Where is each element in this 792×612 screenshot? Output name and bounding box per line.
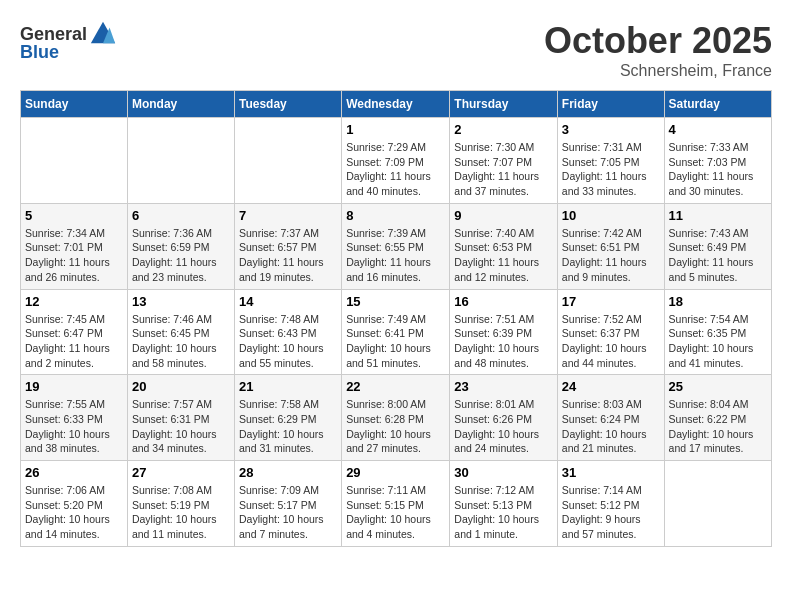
day-info: Sunrise: 7:40 AM Sunset: 6:53 PM Dayligh…	[454, 226, 553, 285]
calendar-cell: 18Sunrise: 7:54 AM Sunset: 6:35 PM Dayli…	[664, 289, 771, 375]
calendar-cell: 10Sunrise: 7:42 AM Sunset: 6:51 PM Dayli…	[557, 203, 664, 289]
day-number: 9	[454, 208, 553, 223]
day-info: Sunrise: 7:12 AM Sunset: 5:13 PM Dayligh…	[454, 483, 553, 542]
calendar-cell: 22Sunrise: 8:00 AM Sunset: 6:28 PM Dayli…	[342, 375, 450, 461]
day-info: Sunrise: 7:09 AM Sunset: 5:17 PM Dayligh…	[239, 483, 337, 542]
title-section: October 2025 Schnersheim, France	[544, 20, 772, 80]
day-info: Sunrise: 7:08 AM Sunset: 5:19 PM Dayligh…	[132, 483, 230, 542]
month-title: October 2025	[544, 20, 772, 62]
day-info: Sunrise: 8:01 AM Sunset: 6:26 PM Dayligh…	[454, 397, 553, 456]
calendar-cell: 7Sunrise: 7:37 AM Sunset: 6:57 PM Daylig…	[234, 203, 341, 289]
day-info: Sunrise: 8:00 AM Sunset: 6:28 PM Dayligh…	[346, 397, 445, 456]
weekday-header: Sunday	[21, 91, 128, 118]
calendar-cell: 27Sunrise: 7:08 AM Sunset: 5:19 PM Dayli…	[127, 461, 234, 547]
calendar-cell: 4Sunrise: 7:33 AM Sunset: 7:03 PM Daylig…	[664, 118, 771, 204]
logo-icon	[89, 20, 117, 48]
calendar-cell: 6Sunrise: 7:36 AM Sunset: 6:59 PM Daylig…	[127, 203, 234, 289]
day-number: 11	[669, 208, 767, 223]
calendar-cell: 17Sunrise: 7:52 AM Sunset: 6:37 PM Dayli…	[557, 289, 664, 375]
day-info: Sunrise: 7:39 AM Sunset: 6:55 PM Dayligh…	[346, 226, 445, 285]
day-number: 31	[562, 465, 660, 480]
calendar-cell: 5Sunrise: 7:34 AM Sunset: 7:01 PM Daylig…	[21, 203, 128, 289]
day-info: Sunrise: 7:33 AM Sunset: 7:03 PM Dayligh…	[669, 140, 767, 199]
day-number: 10	[562, 208, 660, 223]
logo-blue: Blue	[20, 42, 59, 63]
day-number: 13	[132, 294, 230, 309]
day-number: 12	[25, 294, 123, 309]
calendar-cell: 11Sunrise: 7:43 AM Sunset: 6:49 PM Dayli…	[664, 203, 771, 289]
calendar-week-row: 19Sunrise: 7:55 AM Sunset: 6:33 PM Dayli…	[21, 375, 772, 461]
day-number: 1	[346, 122, 445, 137]
day-number: 26	[25, 465, 123, 480]
calendar-cell	[21, 118, 128, 204]
calendar-cell: 13Sunrise: 7:46 AM Sunset: 6:45 PM Dayli…	[127, 289, 234, 375]
calendar-week-row: 1Sunrise: 7:29 AM Sunset: 7:09 PM Daylig…	[21, 118, 772, 204]
calendar-cell: 9Sunrise: 7:40 AM Sunset: 6:53 PM Daylig…	[450, 203, 558, 289]
day-info: Sunrise: 8:04 AM Sunset: 6:22 PM Dayligh…	[669, 397, 767, 456]
day-info: Sunrise: 7:55 AM Sunset: 6:33 PM Dayligh…	[25, 397, 123, 456]
day-number: 24	[562, 379, 660, 394]
day-info: Sunrise: 7:14 AM Sunset: 5:12 PM Dayligh…	[562, 483, 660, 542]
calendar-cell: 20Sunrise: 7:57 AM Sunset: 6:31 PM Dayli…	[127, 375, 234, 461]
location-title: Schnersheim, France	[544, 62, 772, 80]
weekday-header: Thursday	[450, 91, 558, 118]
day-info: Sunrise: 7:57 AM Sunset: 6:31 PM Dayligh…	[132, 397, 230, 456]
day-number: 20	[132, 379, 230, 394]
day-info: Sunrise: 7:58 AM Sunset: 6:29 PM Dayligh…	[239, 397, 337, 456]
day-number: 30	[454, 465, 553, 480]
calendar-cell: 25Sunrise: 8:04 AM Sunset: 6:22 PM Dayli…	[664, 375, 771, 461]
day-info: Sunrise: 7:51 AM Sunset: 6:39 PM Dayligh…	[454, 312, 553, 371]
calendar-cell: 2Sunrise: 7:30 AM Sunset: 7:07 PM Daylig…	[450, 118, 558, 204]
day-number: 16	[454, 294, 553, 309]
calendar-cell: 16Sunrise: 7:51 AM Sunset: 6:39 PM Dayli…	[450, 289, 558, 375]
calendar-cell	[234, 118, 341, 204]
day-info: Sunrise: 7:34 AM Sunset: 7:01 PM Dayligh…	[25, 226, 123, 285]
day-number: 28	[239, 465, 337, 480]
calendar-cell: 3Sunrise: 7:31 AM Sunset: 7:05 PM Daylig…	[557, 118, 664, 204]
weekday-header: Monday	[127, 91, 234, 118]
day-number: 29	[346, 465, 445, 480]
calendar-cell: 26Sunrise: 7:06 AM Sunset: 5:20 PM Dayli…	[21, 461, 128, 547]
day-info: Sunrise: 7:45 AM Sunset: 6:47 PM Dayligh…	[25, 312, 123, 371]
calendar-cell: 1Sunrise: 7:29 AM Sunset: 7:09 PM Daylig…	[342, 118, 450, 204]
day-number: 23	[454, 379, 553, 394]
day-number: 17	[562, 294, 660, 309]
day-info: Sunrise: 7:43 AM Sunset: 6:49 PM Dayligh…	[669, 226, 767, 285]
calendar-cell: 15Sunrise: 7:49 AM Sunset: 6:41 PM Dayli…	[342, 289, 450, 375]
day-number: 5	[25, 208, 123, 223]
day-number: 18	[669, 294, 767, 309]
day-info: Sunrise: 7:52 AM Sunset: 6:37 PM Dayligh…	[562, 312, 660, 371]
calendar-cell: 28Sunrise: 7:09 AM Sunset: 5:17 PM Dayli…	[234, 461, 341, 547]
calendar-cell: 24Sunrise: 8:03 AM Sunset: 6:24 PM Dayli…	[557, 375, 664, 461]
calendar-week-row: 12Sunrise: 7:45 AM Sunset: 6:47 PM Dayli…	[21, 289, 772, 375]
weekday-header-row: SundayMondayTuesdayWednesdayThursdayFrid…	[21, 91, 772, 118]
calendar-cell: 19Sunrise: 7:55 AM Sunset: 6:33 PM Dayli…	[21, 375, 128, 461]
day-number: 6	[132, 208, 230, 223]
day-number: 8	[346, 208, 445, 223]
day-number: 3	[562, 122, 660, 137]
weekday-header: Tuesday	[234, 91, 341, 118]
day-number: 4	[669, 122, 767, 137]
day-info: Sunrise: 7:29 AM Sunset: 7:09 PM Dayligh…	[346, 140, 445, 199]
day-info: Sunrise: 7:48 AM Sunset: 6:43 PM Dayligh…	[239, 312, 337, 371]
calendar-cell: 29Sunrise: 7:11 AM Sunset: 5:15 PM Dayli…	[342, 461, 450, 547]
logo: General Blue	[20, 20, 117, 63]
calendar-cell: 14Sunrise: 7:48 AM Sunset: 6:43 PM Dayli…	[234, 289, 341, 375]
weekday-header: Saturday	[664, 91, 771, 118]
day-number: 15	[346, 294, 445, 309]
day-number: 7	[239, 208, 337, 223]
day-number: 25	[669, 379, 767, 394]
day-number: 22	[346, 379, 445, 394]
day-number: 14	[239, 294, 337, 309]
day-number: 27	[132, 465, 230, 480]
weekday-header: Friday	[557, 91, 664, 118]
calendar-cell: 21Sunrise: 7:58 AM Sunset: 6:29 PM Dayli…	[234, 375, 341, 461]
weekday-header: Wednesday	[342, 91, 450, 118]
calendar-cell: 8Sunrise: 7:39 AM Sunset: 6:55 PM Daylig…	[342, 203, 450, 289]
page-header: General Blue October 2025 Schnersheim, F…	[20, 20, 772, 80]
day-number: 21	[239, 379, 337, 394]
calendar-week-row: 5Sunrise: 7:34 AM Sunset: 7:01 PM Daylig…	[21, 203, 772, 289]
calendar-cell: 30Sunrise: 7:12 AM Sunset: 5:13 PM Dayli…	[450, 461, 558, 547]
day-info: Sunrise: 7:30 AM Sunset: 7:07 PM Dayligh…	[454, 140, 553, 199]
day-info: Sunrise: 7:54 AM Sunset: 6:35 PM Dayligh…	[669, 312, 767, 371]
